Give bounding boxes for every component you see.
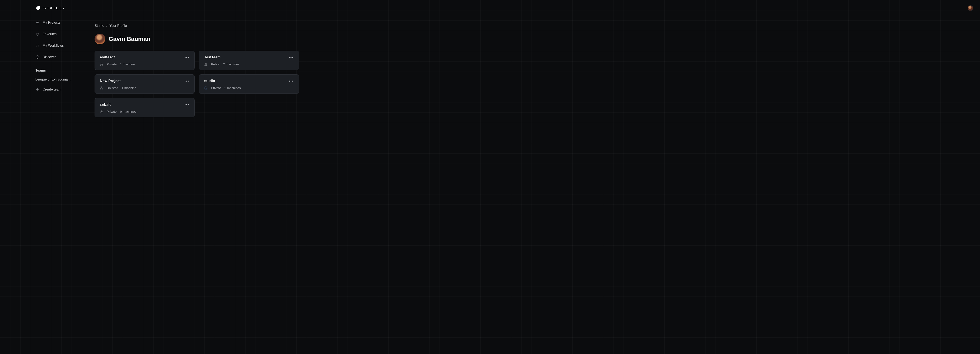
project-title: TestTeam [204, 55, 294, 59]
svg-rect-2 [36, 23, 37, 24]
project-meta: Private0 machines [100, 110, 189, 113]
heart-icon [35, 32, 40, 36]
project-title: New Project [100, 79, 189, 83]
plus-icon [35, 87, 40, 92]
sidebar-item-label: My Projects [43, 21, 60, 24]
sidebar-item-discover[interactable]: Discover [35, 55, 74, 59]
profile-name: Gavin Bauman [108, 35, 150, 42]
breadcrumb: Studio / Your Profile [95, 24, 299, 28]
sidebar-item-label: My Workflows [43, 44, 64, 48]
sidebar-item-label: Discover [43, 55, 56, 59]
project-card[interactable]: New ProjectUnlisted1 machine••• [95, 74, 195, 94]
svg-rect-12 [100, 88, 101, 89]
project-menu-button[interactable]: ••• [288, 55, 294, 60]
project-visibility: Unlisted [107, 86, 118, 90]
project-machines: 1 machine [122, 86, 136, 90]
project-card[interactable]: cobaltPrivate0 machines••• [95, 98, 195, 117]
project-machines: 2 machines [224, 86, 241, 90]
main-content: Studio / Your Profile Gavin Bauman asdfa… [95, 16, 307, 117]
svg-rect-3 [38, 23, 39, 24]
svg-point-0 [39, 6, 40, 7]
project-source-icon [100, 63, 103, 66]
project-visibility: Private [107, 110, 117, 113]
project-visibility: Private [211, 86, 221, 90]
svg-rect-11 [101, 87, 102, 88]
project-visibility: Private [107, 62, 117, 66]
project-machines: 2 machines [223, 62, 240, 66]
svg-rect-13 [102, 88, 103, 89]
globe-icon [35, 55, 40, 59]
svg-rect-14 [101, 110, 102, 111]
svg-rect-7 [102, 65, 103, 65]
profile-avatar [95, 33, 105, 44]
project-title: asdfasdf [100, 55, 189, 59]
project-menu-button[interactable]: ••• [184, 79, 190, 83]
topbar: STATELY [0, 0, 980, 16]
project-machines: 0 machines [120, 110, 137, 113]
projects-icon [35, 21, 40, 25]
sidebar-item-label: Favorites [43, 32, 57, 36]
brand-name: STATELY [43, 6, 65, 10]
project-menu-button[interactable]: ••• [184, 102, 190, 107]
breadcrumb-root[interactable]: Studio [95, 24, 104, 28]
project-meta: Public2 machines [204, 62, 294, 66]
svg-rect-5 [101, 63, 102, 64]
project-title: studio [204, 79, 294, 83]
project-meta: Private1 machine [100, 62, 189, 66]
svg-rect-1 [37, 21, 38, 22]
svg-rect-15 [100, 112, 101, 113]
project-menu-button[interactable]: ••• [288, 79, 294, 83]
workflows-icon [35, 43, 40, 48]
sidebar-item-my-projects[interactable]: My Projects [35, 21, 74, 25]
svg-rect-16 [102, 112, 103, 113]
project-visibility: Public [211, 62, 220, 66]
project-source-icon [100, 110, 103, 113]
project-source-icon [204, 86, 208, 90]
teams-header: Teams [35, 69, 74, 72]
project-title: cobalt [100, 102, 189, 107]
project-machines: 1 machine [120, 62, 135, 66]
sidebar-item-favorites[interactable]: Favorites [35, 32, 74, 36]
svg-rect-8 [205, 63, 206, 64]
create-team-button[interactable]: Create team [35, 87, 74, 92]
user-avatar[interactable] [968, 5, 973, 11]
breadcrumb-current: Your Profile [110, 24, 127, 28]
breadcrumb-separator: / [106, 24, 107, 28]
project-meta: Unlisted1 machine [100, 86, 189, 90]
project-card[interactable]: TestTeamPublic2 machines••• [199, 51, 299, 70]
project-source-icon [100, 86, 103, 90]
project-source-icon [204, 63, 208, 66]
team-link[interactable]: League of Extraodina... [35, 78, 73, 81]
project-grid: asdfasdfPrivate1 machine•••TestTeamPubli… [95, 51, 299, 117]
profile-header: Gavin Bauman [95, 33, 299, 44]
stately-logo-icon [35, 5, 41, 11]
sidebar: My Projects Favorites My Workflows [35, 16, 74, 117]
svg-rect-9 [205, 65, 205, 65]
svg-rect-6 [100, 65, 101, 65]
svg-rect-10 [206, 65, 207, 65]
brand-logo[interactable]: STATELY [35, 5, 65, 11]
project-card[interactable]: asdfasdfPrivate1 machine••• [95, 51, 195, 70]
create-team-label: Create team [43, 88, 61, 91]
project-menu-button[interactable]: ••• [184, 55, 190, 60]
sidebar-item-my-workflows[interactable]: My Workflows [35, 43, 74, 48]
project-card[interactable]: studioPrivate2 machines••• [199, 74, 299, 94]
project-meta: Private2 machines [204, 86, 294, 90]
